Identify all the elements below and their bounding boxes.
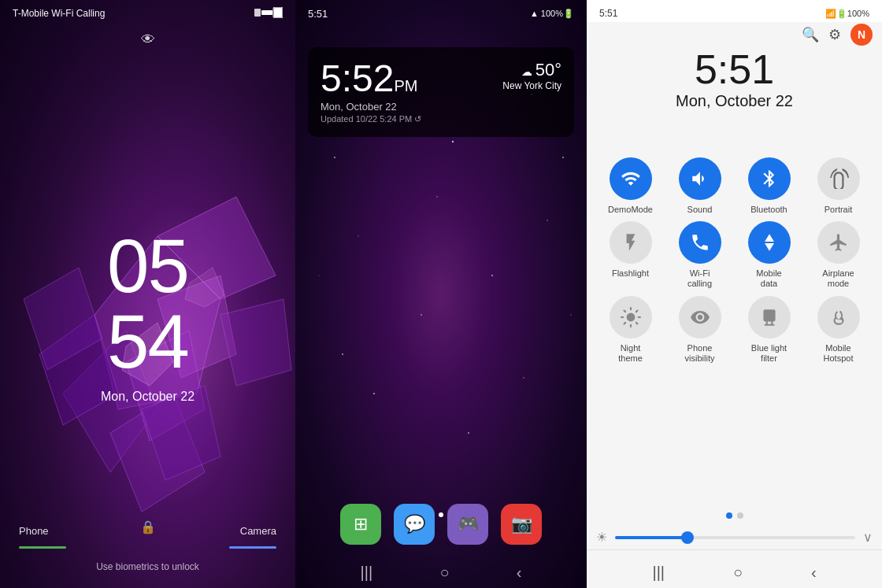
phone2-nav-back[interactable]: ||| xyxy=(361,564,373,582)
phone3-nav-home[interactable]: ○ xyxy=(733,564,743,582)
tile-airplane-label: Airplanemode xyxy=(822,268,854,289)
phone1-shortcut-camera[interactable]: Camera xyxy=(240,525,276,537)
phone1-lock-icon: 🔒 xyxy=(140,520,156,534)
phone2-widget-updated: Updated 10/22 5:24 PM ↺ xyxy=(321,114,561,124)
phone3-tiles-container: DemoMode Sound Bluetooth Portrait xyxy=(596,157,873,370)
phone2-nav-home[interactable]: ○ xyxy=(439,564,449,582)
tile-flashlight[interactable]: Flashlight xyxy=(599,221,662,289)
phone3-page-dots xyxy=(726,512,743,519)
tile-portrait-label: Portrait xyxy=(825,205,852,215)
svg-rect-15 xyxy=(274,8,282,17)
phone3-nav-recents[interactable]: ‹ xyxy=(811,564,817,582)
svg-rect-12 xyxy=(254,9,261,17)
phone1-battery xyxy=(254,7,283,20)
phone3-quicksettings: 5:51 📶🔋100% 🔍 ⚙ N 5:51 Mon, October 22 D… xyxy=(587,0,882,588)
phone3-dot-1 xyxy=(726,512,732,519)
phone1-time-display: 05 54 xyxy=(107,228,188,379)
brightness-expand-icon[interactable]: ∨ xyxy=(863,530,873,545)
phone2-weather-widget[interactable]: 5:52PM ☁ 50° New York City Mon, October … xyxy=(308,47,574,137)
tile-mobile-data[interactable]: Mobiledata xyxy=(738,221,801,289)
phone1-date-text: Mon, October 22 xyxy=(101,390,195,404)
phone3-avatar[interactable]: N xyxy=(850,24,873,46)
svg-rect-33 xyxy=(763,309,775,321)
phone3-status-time: 5:51 xyxy=(599,8,617,19)
phone2-widget-time: 5:52PM xyxy=(321,57,417,99)
tile-hotspot[interactable]: MobileHotspot xyxy=(807,296,870,364)
phone3-date: Mon, October 22 xyxy=(587,92,882,110)
phone3-status-right: 📶🔋100% xyxy=(825,9,869,19)
tile-phone-visibility-icon[interactable] xyxy=(679,296,721,338)
tiles-row-1: DemoMode Sound Bluetooth Portrait xyxy=(596,157,873,215)
phone2-dock[interactable]: ⊞ 💬 🎮 📷 xyxy=(295,504,587,545)
phone3-datetime: 5:51 Mon, October 22 xyxy=(587,47,882,110)
phone1-eye-icon: 👁 xyxy=(141,31,155,48)
tiles-row-3: Nighttheme Phonevisibility Blue lightfil… xyxy=(596,296,873,364)
phone2-city: New York City xyxy=(502,80,561,91)
tile-airplane[interactable]: Airplanemode xyxy=(807,221,870,289)
tile-bluetooth-icon[interactable] xyxy=(748,157,791,200)
tile-blue-light-label: Blue lightfilter xyxy=(751,343,787,364)
tile-wifi-calling-label: Wi-Ficalling xyxy=(687,268,712,289)
brightness-fill xyxy=(615,536,687,539)
tile-blue-light-icon[interactable] xyxy=(748,296,791,338)
tile-night-theme-icon[interactable] xyxy=(610,296,652,338)
phone3-brightness-control[interactable]: ☀ ∨ xyxy=(596,530,873,545)
phone3-top-icons[interactable]: 🔍 ⚙ N xyxy=(802,24,873,46)
phone1-status-bar: T-Mobile Wi-Fi Calling xyxy=(0,0,295,22)
phone3-navigation[interactable]: ||| ○ ‹ xyxy=(587,564,882,582)
tile-sound-icon[interactable] xyxy=(679,157,721,200)
dock-messages-icon[interactable]: 💬 xyxy=(394,504,435,545)
tile-flashlight-label: Flashlight xyxy=(612,268,649,279)
tile-hotspot-icon[interactable] xyxy=(817,296,860,338)
tile-flashlight-icon[interactable] xyxy=(610,221,652,264)
svg-point-32 xyxy=(626,312,635,321)
phone3-time: 5:51 xyxy=(587,47,882,92)
phone3-divider xyxy=(587,549,882,550)
phone3-status-bar: 5:51 📶🔋100% xyxy=(587,0,882,22)
tiles-row-2: Flashlight Wi-Ficalling Mobiledata Airpl… xyxy=(596,221,873,289)
tile-wifi-calling[interactable]: Wi-Ficalling xyxy=(669,221,732,289)
svg-rect-13 xyxy=(261,10,272,15)
phone1-shortcut-phone[interactable]: Phone xyxy=(19,525,49,537)
phone3-settings-icon[interactable]: ⚙ xyxy=(828,26,841,43)
brightness-thumb[interactable] xyxy=(681,531,694,544)
phone3-nav-back[interactable]: ||| xyxy=(652,564,665,582)
tile-phone-visibility-label: Phonevisibility xyxy=(685,343,715,364)
phone2-widget-date: Mon, October 22 xyxy=(321,101,561,113)
tile-mobile-data-label: Mobiledata xyxy=(756,268,781,289)
phone1-lockscreen: T-Mobile Wi-Fi Calling 👁 05 54 Mon, Octo… xyxy=(0,0,295,588)
phone1-carrier: T-Mobile Wi-Fi Calling xyxy=(13,8,105,19)
tile-hotspot-label: MobileHotspot xyxy=(824,343,854,364)
tile-wifi-calling-icon[interactable] xyxy=(679,221,721,264)
tile-phone-visibility[interactable]: Phonevisibility xyxy=(669,296,732,364)
phone2-widget-top: 5:52PM ☁ 50° New York City xyxy=(321,60,561,98)
tile-bluetooth-label: Bluetooth xyxy=(750,205,787,215)
brightness-track[interactable] xyxy=(615,536,855,539)
brightness-low-icon: ☀ xyxy=(596,530,607,545)
phone2-status-icons: ▲ 100%🔋 xyxy=(530,9,574,19)
phone2-weather-temp: ☁ 50° xyxy=(502,60,561,80)
dock-camera-icon[interactable]: 📷 xyxy=(501,504,542,545)
tile-demomode[interactable]: DemoMode xyxy=(599,157,662,215)
phone2-status-bar: 5:51 ▲ 100%🔋 xyxy=(295,0,587,22)
phone1-time-text: 05 54 xyxy=(107,228,188,379)
tile-night-theme[interactable]: Nighttheme xyxy=(599,296,662,364)
tile-sound[interactable]: Sound xyxy=(669,157,732,215)
phone2-nav-recents[interactable]: ‹ xyxy=(517,564,522,582)
tile-sound-label: Sound xyxy=(687,205,713,215)
phone1-phone-bar xyxy=(19,546,66,549)
tile-airplane-icon[interactable] xyxy=(817,221,860,264)
phone3-search-icon[interactable]: 🔍 xyxy=(802,26,819,43)
tile-blue-light[interactable]: Blue lightfilter xyxy=(738,296,801,364)
tile-portrait[interactable]: Portrait xyxy=(807,157,870,215)
dock-apps-icon[interactable]: ⊞ xyxy=(340,504,381,545)
phone2-widget-weather: ☁ 50° New York City xyxy=(502,60,561,91)
tile-demomode-icon[interactable] xyxy=(610,157,652,200)
tile-mobile-data-icon[interactable] xyxy=(748,221,791,264)
tile-bluetooth[interactable]: Bluetooth xyxy=(738,157,801,215)
phone2-time-container: 5:52PM xyxy=(321,60,417,98)
dock-game-icon[interactable]: 🎮 xyxy=(447,504,488,545)
phone2-navigation[interactable]: ||| ○ ‹ xyxy=(295,564,587,582)
tile-portrait-icon[interactable] xyxy=(817,157,860,200)
phone2-status-time: 5:51 xyxy=(308,8,328,20)
